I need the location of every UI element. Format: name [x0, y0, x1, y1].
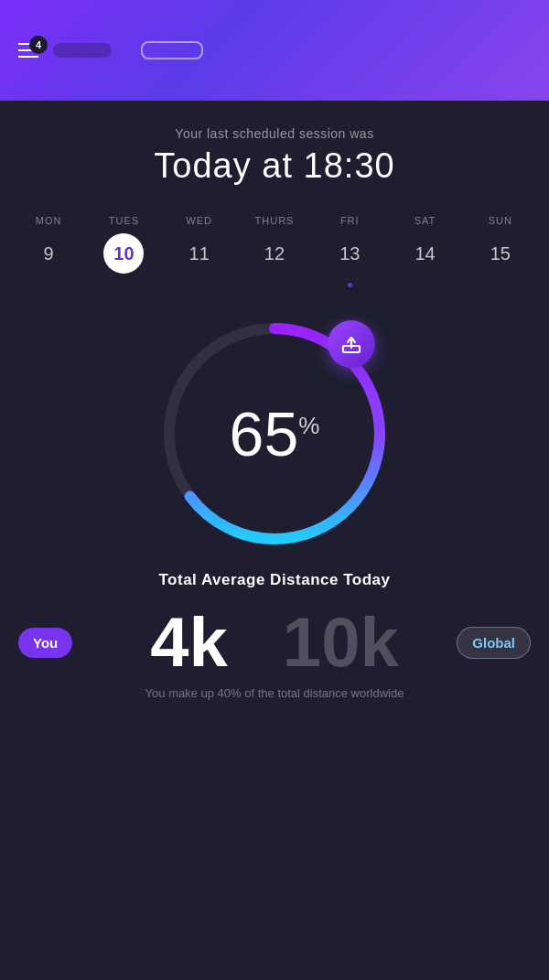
tab-active[interactable] — [53, 43, 112, 58]
progress-number: 65 — [230, 399, 299, 468]
circle-percent-value: 65% — [230, 399, 320, 468]
upload-button[interactable] — [328, 320, 375, 368]
progress-circle-container: 65% — [156, 315, 393, 553]
calendar-day-11[interactable]: WED11 — [172, 215, 227, 287]
session-info: Your last scheduled session was Today at… — [0, 101, 549, 200]
day-label: SAT — [414, 215, 436, 226]
distance-section: Total Average Distance Today You 4k 10k … — [0, 571, 549, 718]
calendar-day-12[interactable]: THURS12 — [247, 215, 302, 287]
day-label: FRI — [340, 215, 360, 226]
day-number[interactable]: 11 — [179, 233, 220, 274]
percent-sign: % — [298, 412, 319, 439]
day-label: SUN — [489, 215, 512, 226]
session-subtitle: Your last scheduled session was — [18, 126, 531, 141]
you-badge[interactable]: You — [18, 628, 72, 658]
global-badge[interactable]: Global — [457, 627, 531, 659]
day-number[interactable]: 15 — [480, 233, 521, 274]
day-label: MON — [36, 215, 62, 226]
menu-button[interactable]: 4 — [18, 43, 38, 58]
progress-section: 65% — [0, 306, 549, 571]
day-number[interactable]: 13 — [329, 233, 370, 274]
calendar-day-15[interactable]: SUN15 — [473, 215, 528, 287]
calendar-day-13[interactable]: FRI13 — [322, 215, 377, 287]
day-number[interactable]: 14 — [405, 233, 446, 274]
calendar-day-9[interactable]: MON9 — [21, 215, 76, 287]
global-distance-value: 10k — [283, 608, 399, 677]
tab-inactive[interactable] — [141, 41, 203, 59]
upload-icon — [340, 333, 362, 355]
day-number[interactable]: 9 — [28, 233, 69, 274]
distance-title: Total Average Distance Today — [18, 571, 531, 589]
day-label: THURS — [255, 215, 295, 226]
distance-row: You 4k 10k Global — [18, 608, 531, 677]
calendar-day-14[interactable]: SAT14 — [398, 215, 453, 287]
calendar-day-10[interactable]: TUES10 — [96, 215, 151, 287]
circle-center-text: 65% — [230, 403, 320, 465]
distance-values: 4k 10k — [18, 608, 531, 677]
header: 4 — [0, 0, 549, 101]
you-distance-value: 4k — [150, 608, 228, 677]
day-number[interactable]: 10 — [103, 233, 144, 274]
day-label: TUES — [109, 215, 139, 226]
notification-badge: 4 — [29, 36, 48, 54]
session-time: Today at 18:30 — [18, 146, 531, 186]
distance-note: You make up 40% of the total distance wo… — [18, 686, 531, 700]
day-dot — [348, 283, 352, 287]
day-number[interactable]: 12 — [254, 233, 295, 274]
calendar-row: MON9TUES10WED11THURS12FRI13SAT14SUN15 — [0, 200, 549, 306]
main-content: Your last scheduled session was Today at… — [0, 101, 549, 980]
day-label: WED — [186, 215, 212, 226]
